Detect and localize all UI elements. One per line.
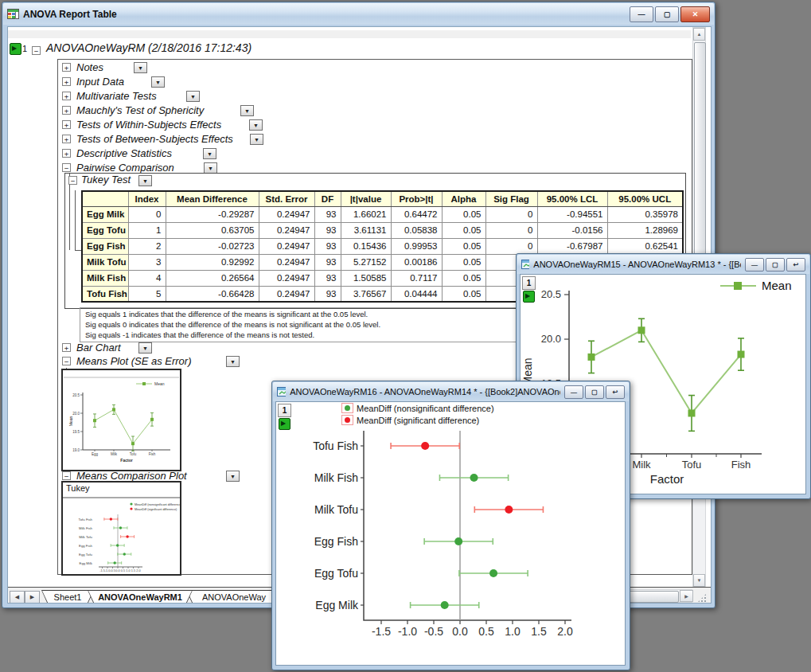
tukey-dropdown-button[interactable]: ▼ — [138, 175, 152, 186]
tukey-collapse-box[interactable]: − — [68, 176, 77, 185]
section-dropdown-button[interactable]: ▼ — [240, 105, 254, 116]
child1-titlebar[interactable]: ANOVAOneWayRM15 - ANOVAOneWayRM13 * - {[… — [517, 255, 809, 274]
minimize-button[interactable]: — — [630, 6, 653, 22]
svg-text:Fish: Fish — [731, 459, 751, 471]
table-cell: 3.76567 — [341, 286, 391, 302]
section-dropdown-button[interactable]: ▼ — [226, 356, 240, 367]
child2-titlebar[interactable]: ANOVAOneWayRM16 - ANOVAOneWayRM14 * - {[… — [273, 382, 629, 401]
svg-text:Tofu Fish: Tofu Fish — [313, 440, 358, 452]
section-expand-box[interactable]: + — [62, 106, 71, 115]
child1-restore-button[interactable]: ↩ — [786, 258, 805, 272]
section-expand-box[interactable]: + — [62, 135, 71, 143]
table-cell: 93 — [314, 286, 341, 302]
table-cell: 0.05 — [442, 222, 485, 238]
svg-text:0.5: 0.5 — [478, 625, 494, 638]
child2-lock-icon[interactable] — [279, 418, 290, 430]
child1-maximize-button[interactable]: ▢ — [766, 258, 785, 272]
main-titlebar[interactable]: ANOVA Report Table — ▢ ✕ — [3, 3, 714, 25]
main-window-title: ANOVA Report Table — [23, 9, 117, 20]
svg-text:Egg Fish: Egg Fish — [314, 535, 358, 548]
svg-text:-0.5: -0.5 — [110, 569, 115, 572]
recalculate-lock-icon[interactable] — [10, 43, 21, 55]
table-cell: 93 — [314, 206, 341, 222]
svg-text:Factor: Factor — [120, 458, 132, 463]
sheet-tab-anovaoneway[interactable]: ANOVAOneWay — [186, 590, 282, 604]
section-collapse-box[interactable]: − — [62, 163, 71, 172]
maximize-button[interactable]: ▢ — [655, 6, 679, 22]
child1-layer-button[interactable]: 1 — [522, 276, 536, 290]
section-expand-box[interactable]: + — [62, 63, 71, 72]
table-cell: -0.0156 — [537, 222, 607, 238]
child2-restore-button[interactable]: ↩ — [606, 385, 625, 399]
child2-layer-button[interactable]: 1 — [278, 404, 291, 417]
section-dropdown-button[interactable]: ▼ — [134, 62, 147, 73]
section-dropdown-button[interactable]: ▼ — [203, 148, 216, 159]
svg-text:19.5: 19.5 — [72, 430, 80, 434]
svg-text:MeanDiff (significant differen: MeanDiff (significant difference) — [135, 508, 177, 511]
root-collapse-box[interactable]: − — [32, 46, 41, 55]
svg-text:Egg Fish: Egg Fish — [79, 544, 93, 548]
scroll-down-button[interactable]: ▼ — [693, 574, 705, 587]
section-expand-box[interactable]: + — [62, 77, 71, 86]
section-dropdown-button[interactable]: ▼ — [138, 342, 152, 354]
svg-text:Milk: Milk — [632, 459, 651, 471]
section-label-tests-of-within-subjects-effects: Tests of Within-Subjects Effects — [76, 119, 221, 131]
table-cell: 5 — [128, 286, 166, 302]
svg-text:2.0: 2.0 — [136, 569, 140, 572]
resize-grip[interactable] — [697, 593, 707, 603]
means-comparison-thumbnail[interactable]: Tukey MeanDiff (nonsignificant differenc… — [61, 481, 181, 576]
svg-text:Milk Tofu: Milk Tofu — [79, 535, 92, 539]
report-top-strip — [8, 30, 691, 38]
sig-note-line: Sig equals 1 indicates that the differen… — [85, 310, 368, 318]
scroll-up-button[interactable]: ▲ — [693, 28, 705, 41]
table-cell: 0.05 — [442, 286, 485, 302]
table-cell: -0.66428 — [166, 286, 259, 302]
table-cell: 0.24947 — [259, 206, 314, 222]
table-cell: -0.94551 — [537, 206, 607, 222]
child1-minimize-button[interactable]: — — [745, 258, 764, 272]
section-dropdown-button[interactable]: ▼ — [204, 162, 217, 174]
section-dropdown-button[interactable]: ▼ — [186, 91, 200, 102]
tab-scroll-right-button[interactable]: ▶ — [25, 591, 40, 604]
table-cell: 0 — [485, 222, 537, 238]
section-label-tests-of-between-subjects-effects: Tests of Between-Subjects Effects — [76, 133, 233, 145]
section-dropdown-button[interactable]: ▼ — [249, 119, 263, 131]
table-cell: 0.35978 — [607, 206, 683, 222]
svg-text:Egg Milk: Egg Milk — [315, 599, 359, 611]
close-button[interactable]: ✕ — [680, 6, 710, 22]
tab-scroll-left-button[interactable]: ◀ — [10, 591, 25, 604]
svg-text:0.0: 0.0 — [452, 625, 468, 638]
means-plot-thumbnail[interactable]: Mean20.520.019.519.0EggMilkTofuFishFacto… — [61, 369, 181, 471]
section-expand-box[interactable]: + — [62, 92, 71, 100]
table-cell: 2 — [128, 238, 166, 254]
svg-text:20.0: 20.0 — [541, 333, 561, 345]
row-header: Egg Fish — [82, 238, 128, 254]
section-expand-box[interactable]: + — [62, 149, 71, 158]
svg-text:0.0: 0.0 — [115, 569, 119, 572]
svg-text:-0.5: -0.5 — [424, 625, 443, 638]
section-collapse-box[interactable]: − — [62, 357, 71, 365]
child2-maximize-button[interactable]: ▢ — [585, 385, 604, 399]
scroll-right-button[interactable]: ▶ — [680, 590, 693, 602]
table-cell: 0.7117 — [391, 270, 442, 286]
svg-text:1.0: 1.0 — [505, 625, 521, 638]
svg-text:-1.5: -1.5 — [372, 625, 391, 638]
section-expand-box[interactable]: + — [62, 343, 71, 352]
sheet-tab-sheet1[interactable]: Sheet1 — [41, 590, 94, 604]
child2-minimize-button[interactable]: — — [564, 385, 583, 399]
section-dropdown-button[interactable]: ▼ — [250, 134, 263, 145]
section-dropdown-button[interactable]: ▼ — [151, 76, 165, 88]
section-expand-box[interactable]: + — [62, 120, 71, 129]
table-cell: 0.62541 — [607, 238, 683, 254]
table-cell: 0 — [485, 206, 537, 222]
table-cell: 0.24947 — [259, 270, 314, 286]
svg-text:Milk Fish: Milk Fish — [79, 526, 93, 530]
table-cell: 4 — [128, 270, 166, 286]
svg-text:Tofu: Tofu — [682, 459, 702, 471]
svg-text:20.5: 20.5 — [541, 288, 561, 300]
child1-lock-icon[interactable] — [523, 291, 535, 303]
sheet-tab-anovaonewayrm1[interactable]: ANOVAOneWayRM1 — [88, 590, 193, 604]
row-header: Milk Tofu — [82, 254, 128, 270]
svg-text:Mean: Mean — [68, 416, 73, 427]
section-dropdown-button[interactable]: ▼ — [226, 471, 240, 482]
